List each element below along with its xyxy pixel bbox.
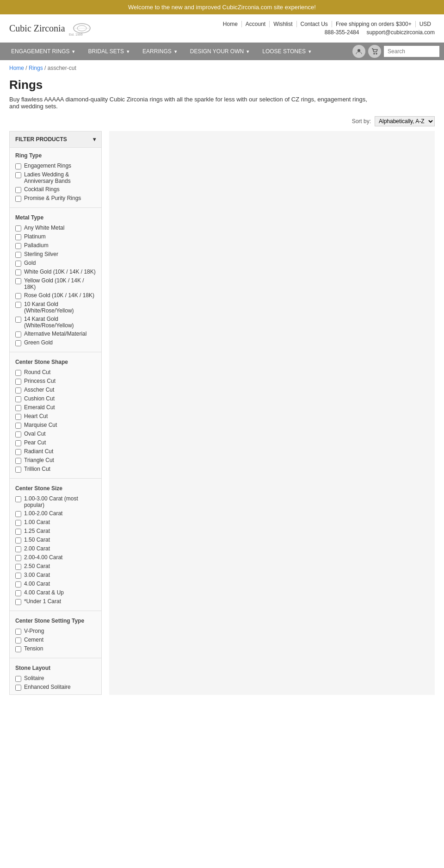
checkbox-marquise-cut[interactable]	[15, 423, 21, 429]
filter-item[interactable]: 2.00 Carat	[15, 544, 96, 553]
filter-item[interactable]: Tension	[15, 644, 96, 653]
checkbox-trillion-cut[interactable]	[15, 467, 21, 473]
checkbox-1-3-carat[interactable]	[15, 496, 21, 502]
filter-item[interactable]: Enhanced Solitaire	[15, 683, 96, 692]
checkbox-under-1-carat[interactable]	[15, 599, 21, 605]
checkbox-asscher-cut[interactable]	[15, 387, 21, 393]
checkbox-radiant-cut[interactable]	[15, 449, 21, 455]
breadcrumb-home[interactable]: Home	[9, 65, 24, 71]
filter-item[interactable]: Round Cut	[15, 368, 96, 377]
checkbox-cushion-cut[interactable]	[15, 396, 21, 402]
checkbox-2-5-carat[interactable]	[15, 564, 21, 570]
checkbox-2-4-carat[interactable]	[15, 555, 21, 561]
filter-item[interactable]: Yellow Gold (10K / 14K / 18K)	[15, 276, 96, 291]
filter-item[interactable]: 10 Karat Gold (White/Rose/Yellow)	[15, 300, 96, 315]
filter-item[interactable]: Triangle Cut	[15, 456, 96, 465]
filter-item[interactable]: Rose Gold (10K / 14K / 18K)	[15, 291, 96, 300]
filter-header[interactable]: FILTER PRODUCTS ▾	[10, 131, 101, 148]
filter-item[interactable]: Cocktail Rings	[15, 185, 96, 194]
checkbox-tension[interactable]	[15, 646, 21, 652]
checkbox-princess-cut[interactable]	[15, 379, 21, 385]
checkbox-rose-gold[interactable]	[15, 293, 21, 299]
logo[interactable]: Cubic Zirconia Est. 1999	[9, 19, 93, 37]
checkbox-pear-cut[interactable]	[15, 440, 21, 446]
checkbox-1-carat[interactable]	[15, 520, 21, 526]
nav-contact[interactable]: Contact Us	[297, 21, 332, 27]
checkbox-2-carat[interactable]	[15, 546, 21, 552]
nav-loose-stones[interactable]: LOOSE STONES	[256, 43, 318, 60]
filter-item[interactable]: 2.50 Carat	[15, 562, 96, 571]
checkbox-emerald-cut[interactable]	[15, 405, 21, 411]
filter-item[interactable]: *Under 1 Carat	[15, 597, 96, 606]
checkbox-1-25-carat[interactable]	[15, 529, 21, 535]
filter-item[interactable]: 1.50 Carat	[15, 536, 96, 544]
checkbox-ladies-wedding[interactable]	[15, 172, 21, 178]
checkbox-alt-metal[interactable]	[15, 331, 21, 337]
checkbox-cement[interactable]	[15, 637, 21, 643]
filter-item[interactable]: Princess Cut	[15, 377, 96, 386]
checkbox-1-2-carat[interactable]	[15, 511, 21, 517]
nav-design-your-own[interactable]: DESIGN YOUR OWN	[184, 43, 256, 60]
sort-select[interactable]: Alphabetically, A-Z Alphabetically, Z-A …	[375, 116, 435, 126]
filter-item[interactable]: Cement	[15, 636, 96, 644]
filter-item[interactable]: Trillion Cut	[15, 465, 96, 474]
checkbox-4-carat[interactable]	[15, 581, 21, 587]
filter-item[interactable]: Heart Cut	[15, 412, 96, 421]
nav-free-shipping[interactable]: Free shipping on orders $300+	[332, 21, 416, 27]
filter-item[interactable]: Engagement Rings	[15, 162, 96, 170]
checkbox-v-prong[interactable]	[15, 629, 21, 635]
checkbox-gold[interactable]	[15, 261, 21, 267]
checkbox-palladium[interactable]	[15, 243, 21, 249]
checkbox-platinum[interactable]	[15, 234, 21, 240]
filter-item[interactable]: Green Gold	[15, 338, 96, 347]
checkbox-engagement-rings[interactable]	[15, 163, 21, 169]
nav-home[interactable]: Home	[219, 21, 242, 27]
checkbox-14k-gold[interactable]	[15, 317, 21, 323]
checkbox-enhanced-solitaire[interactable]	[15, 685, 21, 691]
filter-item[interactable]: Promise & Purity Rings	[15, 194, 96, 203]
cart-icon[interactable]	[368, 45, 381, 58]
filter-item[interactable]: Alternative Metal/Material	[15, 330, 96, 338]
search-input[interactable]	[384, 46, 439, 57]
checkbox-oval-cut[interactable]	[15, 431, 21, 437]
filter-item[interactable]: Any White Metal	[15, 224, 96, 232]
nav-account[interactable]: Account	[242, 21, 270, 27]
filter-item[interactable]: Ladies Wedding & Anniversary Bands	[15, 170, 96, 185]
filter-item[interactable]: 1.00-2.00 Carat	[15, 509, 96, 518]
checkbox-round-cut[interactable]	[15, 370, 21, 376]
filter-item[interactable]: Emerald Cut	[15, 403, 96, 412]
checkbox-solitaire[interactable]	[15, 676, 21, 682]
checkbox-3-carat[interactable]	[15, 573, 21, 579]
checkbox-sterling-silver[interactable]	[15, 252, 21, 258]
checkbox-1-5-carat[interactable]	[15, 537, 21, 543]
checkbox-green-gold[interactable]	[15, 340, 21, 346]
filter-item[interactable]: Palladium	[15, 241, 96, 250]
checkbox-10k-gold[interactable]	[15, 302, 21, 308]
filter-item[interactable]: Platinum	[15, 232, 96, 241]
checkbox-triangle-cut[interactable]	[15, 458, 21, 464]
filter-item[interactable]: Asscher Cut	[15, 386, 96, 394]
filter-item[interactable]: V-Prong	[15, 627, 96, 636]
filter-item[interactable]: 2.00-4.00 Carat	[15, 553, 96, 562]
filter-item[interactable]: 4.00 Carat	[15, 580, 96, 588]
checkbox-heart-cut[interactable]	[15, 414, 21, 420]
filter-item[interactable]: 1.25 Carat	[15, 527, 96, 536]
filter-item[interactable]: Cushion Cut	[15, 394, 96, 403]
breadcrumb-rings[interactable]: Rings	[29, 65, 43, 71]
filter-item[interactable]: Pear Cut	[15, 438, 96, 447]
filter-item[interactable]: 1.00 Carat	[15, 518, 96, 527]
filter-item[interactable]: Marquise Cut	[15, 421, 96, 430]
nav-earrings[interactable]: EARRINGS	[136, 43, 184, 60]
filter-item[interactable]: Sterling Silver	[15, 250, 96, 259]
filter-item[interactable]: White Gold (10K / 14K / 18K)	[15, 268, 96, 276]
filter-item[interactable]: 4.00 Carat & Up	[15, 588, 96, 597]
filter-item[interactable]: Radiant Cut	[15, 447, 96, 456]
filter-item[interactable]: 14 Karat Gold (White/Rose/Yellow)	[15, 315, 96, 330]
filter-item[interactable]: Solitaire	[15, 674, 96, 683]
user-icon[interactable]	[352, 45, 365, 58]
filter-item[interactable]: Oval Cut	[15, 430, 96, 438]
checkbox-yellow-gold[interactable]	[15, 278, 21, 284]
checkbox-4-carat-up[interactable]	[15, 590, 21, 596]
filter-item[interactable]: Gold	[15, 259, 96, 268]
nav-engagement-rings[interactable]: ENGAGEMENT RINGS	[5, 43, 81, 60]
